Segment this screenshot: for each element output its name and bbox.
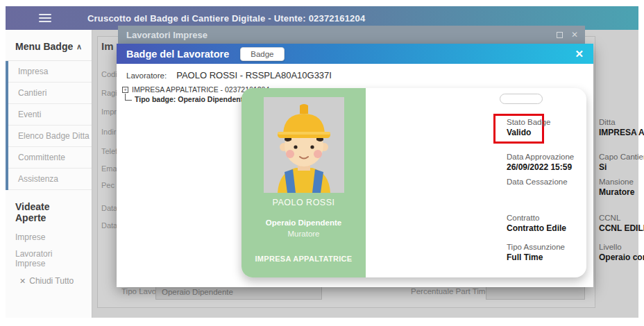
form-label-telefono: Telef (101, 147, 117, 155)
sidebar-item-assistenza[interactable]: Assistenza (6, 169, 92, 190)
close-all-label: Chiudi Tutto (29, 276, 74, 286)
modal-header: Badge del Lavoratore Badge ✕ (117, 44, 593, 64)
app-screen: Cruscotto del Badge di Cantiere Digitale… (0, 0, 644, 326)
sidebar-item-eventi[interactable]: Eventi (6, 104, 92, 126)
open-view-imprese[interactable]: Imprese (6, 229, 92, 246)
mansione-value: Muratore (599, 187, 634, 197)
sidebar-menu-header[interactable]: Menu Badge ∧ (6, 30, 92, 60)
worker-value: PAOLO ROSSI - RSSPLA80A10G337I (176, 70, 332, 80)
background-heading-partial: Im (101, 40, 114, 52)
sidebar: Menu Badge ∧ Impresa Cantieri Eventi Ele… (6, 30, 92, 318)
form-label-email: Ema (101, 164, 117, 173)
stato-badge-value: Valido (507, 128, 531, 137)
contratto-label: Contratto (507, 214, 539, 222)
data-approvazione-label: Data Approvazione (507, 153, 574, 161)
data-approvazione-value: 26/09/2022 15:59 (507, 162, 572, 172)
form-label-codice: Codi (101, 70, 117, 78)
badge-worker-job: Muratore (242, 230, 366, 238)
form-label-indirizzo: Indir (101, 128, 116, 136)
lavoratori-imprese-window-header[interactable]: Lavoratori Imprese ✕ (118, 26, 585, 44)
modal-close-icon[interactable]: ✕ (575, 49, 584, 59)
form-label-data-1: Data (101, 204, 117, 212)
tree-node-icon[interactable]: + (122, 87, 128, 93)
percentuale-part-time-label: Percentuale Part Time (411, 287, 490, 295)
livello-label: Livello (599, 243, 622, 251)
menu-badge-label: Menu Badge (15, 41, 73, 52)
hamburger-icon[interactable] (39, 14, 51, 22)
tree-elbow-connector (125, 94, 132, 101)
sidebar-item-cantieri[interactable]: Cantieri (6, 83, 92, 104)
modal-title: Badge del Lavoratore (126, 49, 229, 60)
ccnl-label: CCNL (599, 214, 620, 222)
capo-cantiere-label: Capo Cantiere (599, 153, 644, 161)
ccnl-value: CCNL EDILI INDUSTRIA (599, 223, 644, 233)
badge-button[interactable]: Badge (240, 47, 284, 61)
stato-badge-label: Stato Badge (507, 118, 550, 126)
badge-pill-placeholder (500, 94, 543, 104)
mansione-label: Mansione (599, 178, 634, 186)
badge-card: PAOLO ROSSI Operaio Dipendente Muratore … (242, 88, 586, 277)
ditta-label: Ditta (599, 118, 616, 126)
form-label-data-2: Data (101, 221, 117, 230)
contratto-value: Contratto Edile (507, 223, 566, 233)
tipo-assunzione-value: Full Time (507, 252, 543, 262)
window-close-icon[interactable]: ✕ (571, 31, 578, 39)
form-label-impresa: Impr (101, 108, 117, 116)
close-all-x-icon: ✕ (19, 277, 26, 286)
worker-photo (264, 97, 344, 193)
capo-cantiere-value: Si (599, 162, 607, 172)
worker-label: Lavoratore: (126, 71, 167, 80)
chevron-up-icon[interactable]: ∧ (76, 42, 82, 51)
ditta-value: IMPRESA APPALTATRICE (599, 128, 644, 137)
badge-del-lavoratore-modal: Badge del Lavoratore Badge ✕ Lavoratore:… (117, 44, 593, 287)
worker-avatar-illustration (264, 97, 344, 193)
open-view-lavoratori-imprese[interactable]: Lavoratori Imprese (6, 246, 92, 272)
close-all-button[interactable]: ✕ Chiudi Tutto (6, 272, 92, 290)
data-cessazione-label: Data Cessazione (507, 178, 568, 186)
sidebar-menu-items: Impresa Cantieri Eventi Elenco Badge Dit… (6, 60, 92, 190)
sidebar-item-elenco-badge-ditta[interactable]: Elenco Badge Ditta (6, 126, 92, 147)
form-label-ragione: Ragi (101, 89, 117, 97)
tipo-assunzione-label: Tipo Assunzione (507, 243, 565, 251)
badge-worker-role: Operaio Dipendente (242, 218, 366, 227)
open-views-header: Videate Aperte (6, 190, 92, 229)
badge-company: IMPRESA APPALTATRICE (242, 255, 366, 263)
sidebar-item-committente[interactable]: Committente (6, 147, 92, 169)
app-title: Cruscotto del Badge di Cantiere Digitale… (87, 13, 365, 24)
livello-value: Operaio comune 1 livello (599, 252, 644, 262)
badge-card-green-panel: PAOLO ROSSI Operaio Dipendente Muratore … (242, 88, 366, 277)
window-title: Lavoratori Imprese (126, 30, 207, 40)
sidebar-item-impresa[interactable]: Impresa (6, 61, 92, 83)
badge-worker-name: PAOLO ROSSI (242, 198, 366, 207)
maximize-icon[interactable] (557, 32, 563, 38)
